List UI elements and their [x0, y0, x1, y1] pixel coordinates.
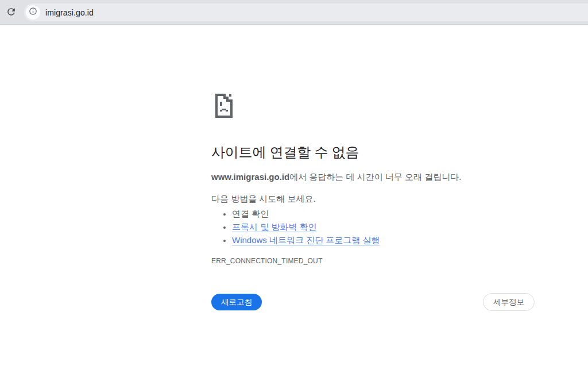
- info-icon: [29, 7, 37, 18]
- reload-icon: [6, 6, 17, 20]
- proxy-firewall-link[interactable]: 프록시 및 방화벽 확인: [232, 222, 317, 232]
- address-bar[interactable]: imigrasi.go.id: [24, 3, 588, 21]
- site-info-button[interactable]: [26, 5, 40, 20]
- error-message: www.imigrasi.go.id에서 응답하는 데 시간이 너무 오래 걸립…: [211, 171, 535, 183]
- network-diagnostics-link[interactable]: Windows 네트워크 진단 프로그램 실행: [232, 235, 380, 245]
- reload-button[interactable]: [5, 6, 17, 19]
- sad-page-icon: [211, 92, 535, 120]
- details-button[interactable]: 세부정보: [483, 293, 535, 311]
- suggestions-header: 다음 방법을 시도해 보세요.: [211, 194, 535, 205]
- url-text[interactable]: imigrasi.go.id: [45, 8, 94, 17]
- error-message-rest: 에서 응답하는 데 시간이 너무 오래 걸립니다.: [289, 172, 461, 182]
- error-code: ERR_CONNECTION_TIMED_OUT: [211, 257, 535, 265]
- error-page-content: 사이트에 연결할 수 없음 www.imigrasi.go.id에서 응답하는 …: [211, 92, 535, 311]
- browser-toolbar: imigrasi.go.id: [0, 0, 588, 25]
- suggestion-network-diagnostics: Windows 네트워크 진단 프로그램 실행: [232, 233, 535, 247]
- suggestion-proxy-firewall: 프록시 및 방화벽 확인: [232, 220, 535, 233]
- error-message-host: www.imigrasi.go.id: [211, 172, 289, 182]
- suggestion-text: 연결 확인: [232, 209, 269, 218]
- button-row: 새로고침 세부정보: [211, 293, 535, 311]
- suggestions-list: 연결 확인 프록시 및 방화벽 확인 Windows 네트워크 진단 프로그램 …: [211, 207, 535, 247]
- reload-page-button[interactable]: 새로고침: [211, 294, 262, 310]
- suggestion-check-connection: 연결 확인: [232, 207, 535, 220]
- browser-window: imigrasi.go.id 사이트에 연결할 수 없음 www.imigras…: [0, 0, 588, 365]
- error-title: 사이트에 연결할 수 없음: [211, 143, 535, 162]
